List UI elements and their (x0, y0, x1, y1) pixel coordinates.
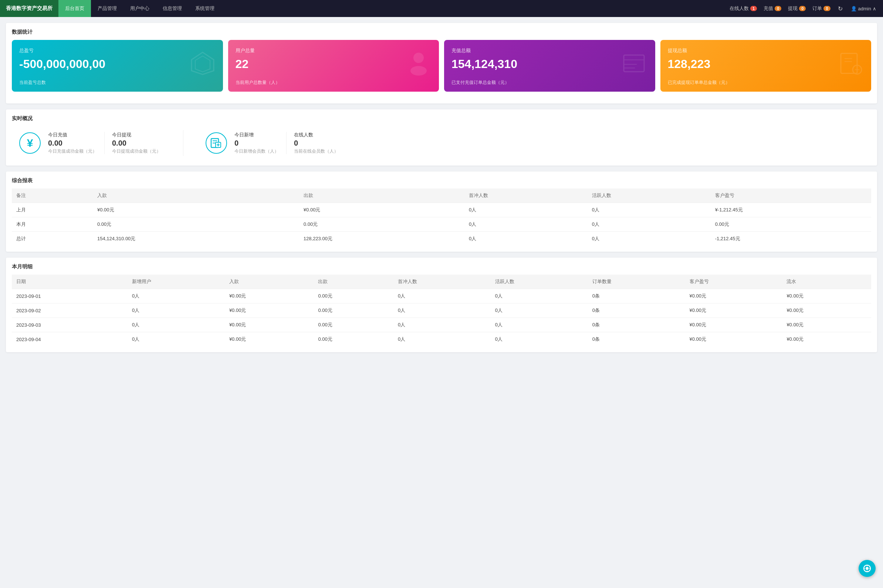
realtime-recharge-sub: 今日充值成功金额（元） (48, 148, 97, 154)
report-section-title: 综合报表 (12, 177, 871, 184)
monthly-row: 2023-09-03 0人 ¥0.00元 0.00元 0人 0人 0条 ¥0.0… (12, 318, 871, 332)
realtime-recharge-value: 0.00 (48, 139, 97, 147)
order-indicator[interactable]: 订单 0 (810, 5, 832, 12)
realtime-divider-main (183, 130, 183, 156)
order-label: 订单 (812, 5, 822, 12)
monthly-cell-date: 2023-09-02 (12, 303, 128, 318)
svg-point-3 (410, 66, 427, 76)
stats-section-title: 数据统计 (12, 29, 871, 36)
monthly-cell-outcome: 0.00元 (314, 289, 393, 303)
nav-logo[interactable]: 香港数字资产交易所 (0, 0, 59, 17)
nav-item-users[interactable]: 用户中心 (123, 0, 156, 17)
stat-cards: 总盈亏 -500,000,000,00 当前盈亏总数 用户总量 22 当前用户 (12, 40, 871, 92)
monthly-col-outcome: 出款 (314, 274, 393, 289)
report-cell-outcome: 128,223.00元 (299, 232, 464, 246)
stat-value-users: 22 (236, 57, 432, 71)
monthly-table: 日期 新增用户 入款 出款 首冲人数 活跃人数 订单数量 客户盈亏 流水 202… (12, 274, 871, 346)
report-cell-note: 本月 (12, 217, 93, 232)
stats-panel: 数据统计 总盈亏 -500,000,000,00 当前盈亏总数 (6, 23, 877, 104)
nav-item-system[interactable]: 系统管理 (189, 0, 221, 17)
svg-point-2 (413, 53, 424, 63)
report-cell-outcome: ¥0.00元 (299, 203, 464, 217)
monthly-header-row: 日期 新增用户 入款 出款 首冲人数 活跃人数 订单数量 客户盈亏 流水 (12, 274, 871, 289)
users-icon (405, 51, 431, 81)
report-row: 本月 0.00元 0.00元 0人 0人 0.00元 (12, 217, 871, 232)
monthly-cell-outcome: 0.00元 (314, 303, 393, 318)
nav-item-products[interactable]: 产品管理 (91, 0, 123, 17)
monthly-cell-orders: 0条 (588, 303, 685, 318)
monthly-cell-active: 0人 (491, 289, 588, 303)
chevron-down-icon: ∧ (872, 6, 876, 12)
recharge-icon (622, 51, 648, 80)
monthly-row: 2023-09-02 0人 ¥0.00元 0.00元 0人 0人 0条 ¥0.0… (12, 303, 871, 318)
monthly-cell-orders: 0条 (588, 332, 685, 346)
report-col-outcome: 出款 (299, 189, 464, 203)
refresh-button[interactable]: ↻ (835, 5, 845, 12)
monthly-cell-flow: ¥0.00元 (782, 318, 871, 332)
realtime-newusers-label: 今日新增 (234, 132, 279, 138)
monthly-col-first: 首冲人数 (393, 274, 491, 289)
realtime-newusers-sub: 今日新增会员数（人） (234, 148, 279, 154)
monthly-row: 2023-09-04 0人 ¥0.00元 0.00元 0人 0人 0条 ¥0.0… (12, 332, 871, 346)
online-users-badge: 1 (750, 6, 757, 11)
monthly-cell-date: 2023-09-01 (12, 289, 128, 303)
svg-marker-1 (195, 56, 210, 72)
monthly-cell-flow: ¥0.00元 (782, 303, 871, 318)
admin-menu[interactable]: 👤 admin ∧ (848, 6, 879, 12)
monthly-col-active: 活跃人数 (491, 274, 588, 289)
report-panel: 综合报表 备注 入款 出款 首冲人数 活跃人数 客户盈亏 上月 ¥0.00元 ¥… (6, 171, 877, 252)
monthly-panel: 本月明细 日期 新增用户 入款 出款 首冲人数 活跃人数 订单数量 客户盈亏 流… (6, 258, 877, 352)
monthly-cell-income: ¥0.00元 (225, 318, 314, 332)
stat-card-users: 用户总量 22 当前用户总数量（人） (228, 40, 439, 92)
monthly-cell-income: ¥0.00元 (225, 289, 314, 303)
monthly-cell-flow: ¥0.00元 (782, 332, 871, 346)
report-cell-outcome: 0.00元 (299, 217, 464, 232)
report-row: 总计 154,124,310.00元 128,223.00元 0人 0人 -1,… (12, 232, 871, 246)
monthly-cell-orders: 0条 (588, 318, 685, 332)
monthly-col-income: 入款 (225, 274, 314, 289)
withdraw-indicator[interactable]: 提现 0 (786, 5, 808, 12)
realtime-recharge-label: 今日充值 (48, 132, 97, 138)
nav-item-home[interactable]: 后台首页 (59, 0, 91, 17)
withdraw-label: 提现 (788, 5, 797, 12)
stat-label-users: 用户总量 (236, 47, 432, 54)
monthly-cell-active: 0人 (491, 332, 588, 346)
monthly-cell-orders: 0条 (588, 289, 685, 303)
admin-label: admin (858, 6, 871, 12)
realtime-divider-2 (286, 132, 287, 154)
money-icon: ¥ (19, 132, 41, 154)
monthly-cell-income: ¥0.00元 (225, 303, 314, 318)
monthly-cell-first: 0人 (393, 289, 491, 303)
recharge-indicator[interactable]: 充值 0 (761, 5, 784, 12)
monthly-col-date: 日期 (12, 274, 128, 289)
svg-rect-8 (841, 54, 857, 74)
report-cell-first: 0人 (464, 203, 587, 217)
realtime-recharge-metric: 今日充值 0.00 今日充值成功金额（元） (48, 132, 97, 154)
stat-card-withdraw: 提现总额 128,223 已完成提现订单单总金额（元） (661, 40, 871, 92)
monthly-col-newusers: 新增用户 (128, 274, 225, 289)
realtime-newusers-value: 0 (234, 139, 279, 147)
monthly-cell-date: 2023-09-04 (12, 332, 128, 346)
monthly-cell-flow: ¥0.00元 (782, 289, 871, 303)
report-cell-note: 总计 (12, 232, 93, 246)
realtime-withdraw-label: 今日提现 (112, 132, 161, 138)
realtime-withdraw-metric: 今日提现 0.00 今日提现成功金额（元） (112, 132, 161, 154)
stat-value-recharge: 154,124,310 (452, 57, 648, 71)
monthly-cell-newusers: 0人 (128, 332, 225, 346)
order-badge: 0 (823, 6, 830, 11)
monthly-row: 2023-09-01 0人 ¥0.00元 0.00元 0人 0人 0条 ¥0.0… (12, 289, 871, 303)
monthly-cell-newusers: 0人 (128, 318, 225, 332)
report-cell-profit: 0.00元 (711, 217, 871, 232)
monthly-col-profit: 客户盈亏 (685, 274, 782, 289)
monthly-cell-income: ¥0.00元 (225, 332, 314, 346)
monthly-cell-profit: ¥0.00元 (685, 332, 782, 346)
report-row: 上月 ¥0.00元 ¥0.00元 0人 0人 ¥-1,212.45元 (12, 203, 871, 217)
monthly-cell-profit: ¥0.00元 (685, 303, 782, 318)
nav-menu: 后台首页 产品管理 用户中心 信息管理 系统管理 (59, 0, 221, 17)
report-table: 备注 入款 出款 首冲人数 活跃人数 客户盈亏 上月 ¥0.00元 ¥0.00元… (12, 189, 871, 246)
stat-sub-withdraw: 已完成提现订单单总金额（元） (668, 80, 864, 86)
report-cell-income: ¥0.00元 (93, 203, 299, 217)
monthly-cell-newusers: 0人 (128, 289, 225, 303)
nav-item-info[interactable]: 信息管理 (156, 0, 189, 17)
monthly-cell-newusers: 0人 (128, 303, 225, 318)
